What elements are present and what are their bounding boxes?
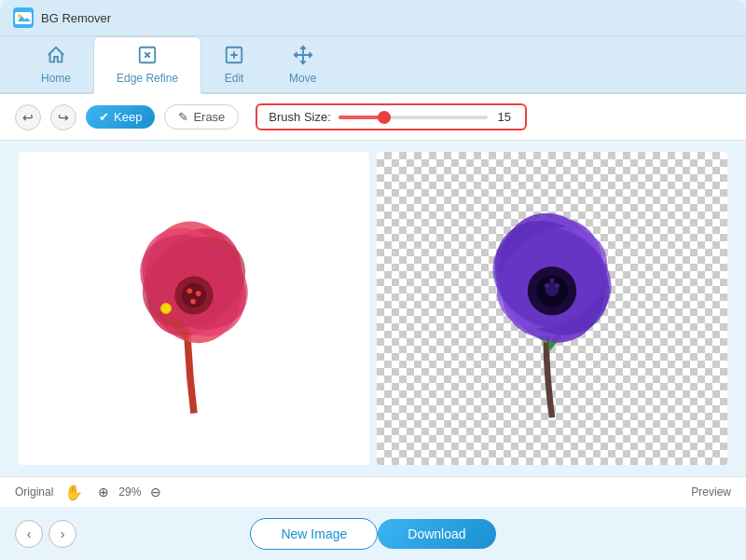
brush-size-label: Brush Size: xyxy=(269,110,330,124)
nav-edit[interactable]: Edit xyxy=(201,36,267,92)
download-button[interactable]: Download xyxy=(378,519,495,549)
preview-label: Preview xyxy=(691,485,731,499)
prev-icon: ‹ xyxy=(27,526,32,541)
svg-point-25 xyxy=(555,283,560,288)
nav-move[interactable]: Move xyxy=(267,36,338,92)
original-panel xyxy=(19,152,369,465)
nav-arrows: ‹ › xyxy=(15,520,76,548)
move-icon xyxy=(293,45,313,68)
svg-point-26 xyxy=(550,279,555,283)
svg-point-13 xyxy=(187,288,193,294)
original-label: Original xyxy=(15,485,53,499)
nav-edit-label: Edit xyxy=(225,72,244,85)
svg-point-15 xyxy=(190,299,196,305)
app-icon xyxy=(13,7,34,28)
erase-label: Erase xyxy=(193,110,225,124)
bottom-bar: ‹ › New Image Download xyxy=(0,507,746,560)
new-image-button[interactable]: New Image xyxy=(250,518,378,550)
keep-icon: ✔ xyxy=(99,110,109,124)
redo-button[interactable]: ↪ xyxy=(50,104,76,130)
svg-point-24 xyxy=(545,283,549,288)
status-bar: Original ✋ ⊕ 29% ⊖ Preview xyxy=(0,476,746,507)
eraser-icon: ✎ xyxy=(178,110,188,124)
bottom-bar-inner: ‹ › New Image Download xyxy=(15,518,731,550)
main-content xyxy=(0,141,746,476)
undo-icon: ↩ xyxy=(22,110,34,125)
keep-label: Keep xyxy=(114,110,142,124)
zoom-controls: ⊕ 29% ⊖ xyxy=(94,483,165,501)
svg-point-14 xyxy=(196,291,201,296)
cursor-dot xyxy=(160,303,172,314)
preview-panel xyxy=(377,152,727,465)
status-left: Original ✋ ⊕ 29% ⊖ xyxy=(15,483,165,501)
nav-move-label: Move xyxy=(289,72,316,85)
nav-edge-refine-label: Edge Refine xyxy=(117,72,178,85)
brush-size-container: Brush Size: 15 xyxy=(256,103,526,130)
svg-point-3 xyxy=(18,14,21,18)
edge-refine-icon xyxy=(137,45,158,68)
edit-icon xyxy=(224,45,244,68)
undo-button[interactable]: ↩ xyxy=(15,104,41,130)
preview-flower xyxy=(468,169,636,448)
nav-home[interactable]: Home xyxy=(19,36,93,92)
title-bar: BG Remover xyxy=(0,0,746,36)
original-flower xyxy=(115,169,273,448)
brush-size-slider[interactable] xyxy=(338,116,488,119)
brush-size-value: 15 xyxy=(495,110,514,124)
next-icon: › xyxy=(61,526,65,541)
app-name: BG Remover xyxy=(41,11,111,25)
nav-edge-refine[interactable]: Edge Refine xyxy=(93,36,201,94)
nav-bar: Home Edge Refine Edit Move xyxy=(0,36,746,94)
zoom-out-icon[interactable]: ⊖ xyxy=(146,483,165,501)
prev-button[interactable]: ‹ xyxy=(15,520,43,548)
redo-icon: ↪ xyxy=(58,110,69,125)
next-button[interactable]: › xyxy=(48,520,76,548)
zoom-in-icon[interactable]: ⊕ xyxy=(94,483,113,501)
hand-icon: ✋ xyxy=(64,484,83,501)
erase-button[interactable]: ✎ Erase xyxy=(164,104,239,130)
nav-home-label: Home xyxy=(41,72,71,85)
zoom-percent: 29% xyxy=(118,485,141,499)
home-icon xyxy=(46,45,66,68)
toolbar: ↩ ↪ ✔ Keep ✎ Erase Brush Size: 15 xyxy=(0,94,746,141)
keep-button[interactable]: ✔ Keep xyxy=(86,105,155,129)
